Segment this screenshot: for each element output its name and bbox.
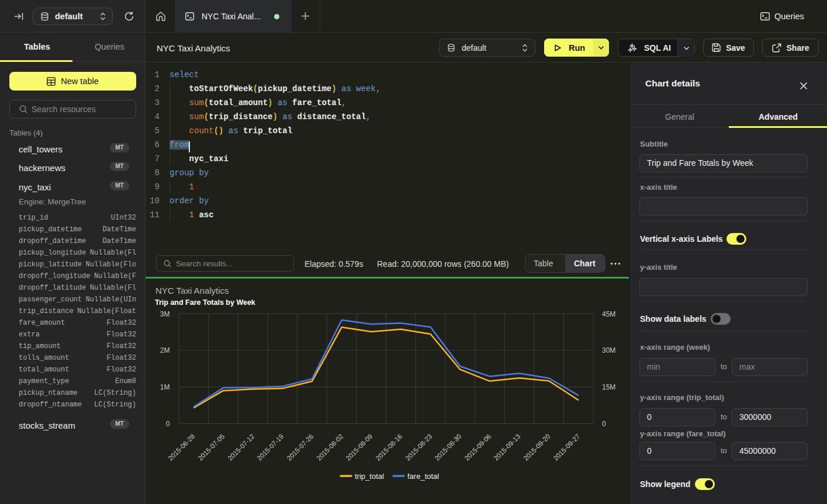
svg-text:2015-06-28: 2015-06-28 xyxy=(167,433,196,462)
svg-text:2015-09-20: 2015-09-20 xyxy=(522,433,551,462)
svg-text:2015-08-16: 2015-08-16 xyxy=(374,433,403,462)
svg-text:2015-09-06: 2015-09-06 xyxy=(463,433,492,462)
svg-text:15M: 15M xyxy=(602,383,615,391)
svg-text:2015-08-30: 2015-08-30 xyxy=(433,433,462,462)
svg-text:1M: 1M xyxy=(160,383,170,391)
svg-text:NYC Taxi Analytics: NYC Taxi Analytics xyxy=(155,286,229,296)
svg-text:trip_total: trip_total xyxy=(355,472,384,481)
svg-text:Trip and Fare Totals by Week: Trip and Fare Totals by Week xyxy=(155,298,255,307)
svg-text:2015-08-09: 2015-08-09 xyxy=(344,433,373,462)
svg-text:2015-08-02: 2015-08-02 xyxy=(315,433,344,462)
svg-text:2015-08-23: 2015-08-23 xyxy=(404,433,433,462)
svg-text:2015-09-13: 2015-09-13 xyxy=(492,433,521,462)
svg-text:45M: 45M xyxy=(602,310,615,318)
svg-text:2015-07-19: 2015-07-19 xyxy=(255,433,285,462)
svg-text:30M: 30M xyxy=(602,346,615,354)
svg-text:2015-07-05: 2015-07-05 xyxy=(196,433,226,462)
svg-text:0: 0 xyxy=(602,420,606,428)
svg-text:2015-09-27: 2015-09-27 xyxy=(552,433,581,462)
svg-text:0: 0 xyxy=(166,420,170,428)
svg-text:fare_total: fare_total xyxy=(407,472,439,481)
svg-text:2015-07-26: 2015-07-26 xyxy=(285,433,314,462)
svg-text:2015-07-12: 2015-07-12 xyxy=(226,433,255,462)
svg-text:2M: 2M xyxy=(160,346,170,354)
svg-text:3M: 3M xyxy=(160,310,170,318)
